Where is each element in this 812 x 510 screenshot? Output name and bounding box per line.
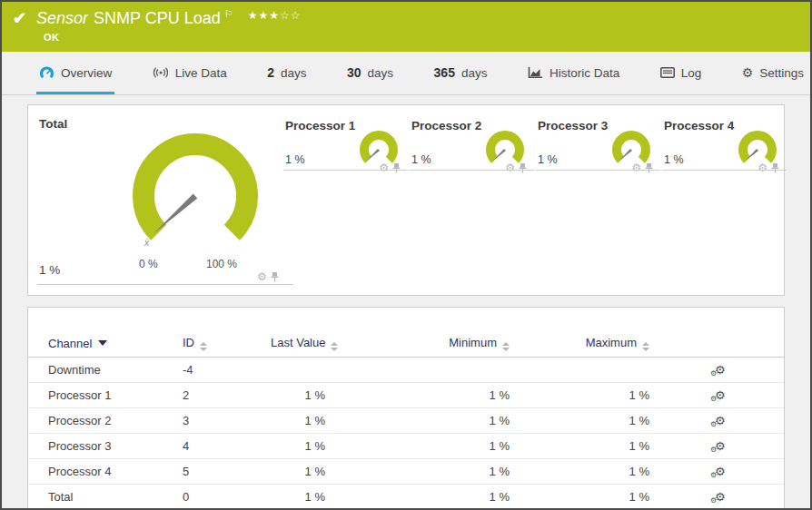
channel-name: Processor 2 (48, 414, 183, 427)
gauge-settings-icon[interactable]: ⚙ (505, 162, 515, 173)
column-header-maximum[interactable]: Maximum (510, 336, 649, 351)
gauge-settings-icon[interactable]: ⚙ (379, 162, 389, 173)
pin-icon[interactable] (271, 272, 279, 282)
mini-gauge-actions: ⚙ (758, 162, 779, 173)
divider (410, 170, 534, 171)
column-header-minimum[interactable]: Minimum (351, 336, 510, 351)
channel-maximum: 1 % (510, 490, 649, 504)
channel-id: 5 (183, 465, 271, 478)
flag-icon[interactable]: ⚐ (224, 8, 233, 19)
tab-label: Settings (759, 66, 804, 80)
mini-gauge-processor-4: Processor 4 1 % ⚙ (662, 114, 787, 172)
channel-table: Channel ID Last Value Minimum Maximum Do… (28, 329, 784, 510)
channel-id: 0 (183, 490, 271, 504)
mini-gauge-actions: ⚙ (631, 162, 653, 173)
area-chart-icon (528, 67, 543, 79)
column-header-channel[interactable]: Channel (48, 337, 183, 350)
mini-gauge-processor-3: Processor 3 1 % ⚙ (536, 114, 660, 172)
channel-settings-icon[interactable]: ⚙⚙ (715, 440, 726, 452)
channel-settings-icon[interactable]: ⚙⚙ (715, 389, 726, 401)
pin-icon[interactable] (392, 163, 401, 173)
tab-label: Live Data (175, 66, 227, 80)
tab-number: 365 (434, 65, 455, 80)
tab-historic-data[interactable]: Historic Data (525, 54, 622, 94)
tab-settings[interactable]: ⚙ Settings (739, 54, 807, 94)
channel-last-value: 1 % (271, 414, 351, 427)
sensor-name: SNMP CPU Load (94, 9, 221, 27)
sort-icon (502, 342, 510, 351)
tab-2-days[interactable]: 2 days (264, 54, 309, 94)
channel-settings-icon[interactable]: ⚙⚙ (715, 364, 726, 376)
tab-365-days[interactable]: 365 days (431, 54, 490, 94)
channel-maximum: 1 % (510, 465, 649, 478)
table-row-total: Total 0 1 % 1 % 1 % ⚙⚙ (28, 485, 784, 510)
tab-30-days[interactable]: 30 days (344, 54, 396, 94)
tab-label: days (281, 66, 307, 80)
channel-minimum: 1 % (351, 439, 510, 453)
tab-number: 30 (347, 65, 361, 80)
pin-icon[interactable] (771, 163, 779, 173)
channel-minimum: 1 % (351, 414, 510, 427)
mini-gauge-label: Processor 1 (285, 119, 355, 132)
channel-name: Processor 4 (48, 465, 183, 478)
tab-label: days (461, 66, 488, 80)
pin-icon[interactable] (519, 163, 527, 173)
channel-id: 2 (183, 388, 271, 402)
gauge-icon (39, 66, 54, 80)
mini-gauge-processor-2: Processor 2 1 % ⚙ (410, 114, 534, 172)
mini-gauge-value: 1 % (664, 153, 684, 166)
channel-name: Downtime (48, 363, 183, 377)
channel-maximum: 1 % (510, 388, 649, 402)
sensor-header: ✔ SensorSNMP CPU Load⚐★★★☆☆ OK (2, 2, 810, 52)
divider (37, 284, 293, 285)
tab-label: Log (681, 66, 702, 80)
channel-settings-icon[interactable]: ⚙⚙ (715, 415, 726, 427)
tab-live-data[interactable]: Live Data (150, 54, 230, 94)
gauges-panel: Total x̄ 0 % 100 % 1 % ⚙ Processor 1 1 %… (27, 104, 785, 296)
channel-id: 3 (183, 414, 271, 427)
total-gauge-label: Total (39, 117, 67, 131)
tab-overview[interactable]: Overview (36, 54, 114, 94)
total-gauge: x̄ (123, 129, 268, 254)
total-gauge-scale-max: 100 % (206, 258, 237, 270)
table-row-processor-4: Processor 4 5 1 % 1 % 1 % ⚙⚙ (28, 459, 784, 485)
divider (662, 170, 787, 171)
sort-icon (200, 342, 207, 351)
tab-bar: Overview Live Data 2 days 30 days 365 da… (2, 54, 810, 95)
channel-settings-icon[interactable]: ⚙⚙ (715, 491, 726, 503)
tab-label: Overview (61, 66, 112, 80)
mini-gauge-label: Processor 3 (538, 119, 608, 132)
channel-maximum: 1 % (510, 414, 649, 427)
total-gauge-actions: ⚙ (257, 271, 279, 282)
total-gauge-value: 1 % (39, 263, 60, 277)
gauge-settings-icon[interactable]: ⚙ (257, 271, 267, 282)
gauge-settings-icon[interactable]: ⚙ (758, 162, 767, 173)
column-header-last-value[interactable]: Last Value (271, 336, 351, 351)
channel-id: -4 (183, 363, 271, 377)
mini-gauge-processor-1: Processor 1 1 % ⚙ (283, 114, 408, 172)
channel-maximum: 1 % (510, 439, 649, 453)
tab-number: 2 (267, 65, 274, 80)
log-icon (660, 67, 675, 78)
table-row-processor-3: Processor 3 4 1 % 1 % 1 % ⚙⚙ (28, 434, 784, 459)
channel-last-value: 1 % (271, 490, 351, 504)
divider (283, 170, 408, 171)
gauge-settings-icon[interactable]: ⚙ (631, 162, 641, 173)
sort-icon (331, 342, 338, 351)
sort-desc-icon (98, 340, 107, 346)
channel-settings-icon[interactable]: ⚙⚙ (715, 466, 726, 477)
mini-gauge-actions: ⚙ (379, 162, 401, 173)
processor-gauge (609, 130, 653, 166)
priority-stars[interactable]: ★★★☆☆ (248, 9, 302, 22)
mini-gauge-label: Processor 2 (411, 119, 481, 132)
column-header-id[interactable]: ID (183, 336, 271, 351)
processor-gauge (736, 130, 779, 166)
channel-name: Total (48, 490, 183, 504)
channel-minimum: 1 % (351, 388, 510, 402)
pin-icon[interactable] (645, 163, 653, 173)
divider (536, 170, 660, 171)
table-row-downtime: Downtime -4 ⚙⚙ (28, 358, 784, 383)
sensor-type-label: Sensor (36, 9, 88, 27)
tab-log[interactable]: Log (658, 54, 705, 94)
gear-icon: ⚙ (742, 66, 754, 79)
